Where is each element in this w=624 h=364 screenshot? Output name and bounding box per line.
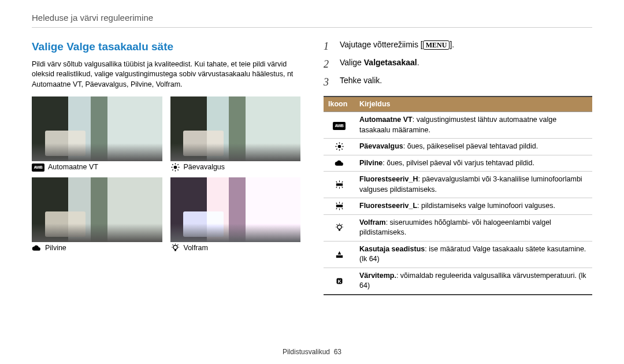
svg-line-23 bbox=[336, 149, 337, 150]
row-icon-cell bbox=[324, 198, 355, 215]
cloud-icon bbox=[335, 158, 344, 168]
row-icon-cell bbox=[324, 241, 355, 268]
kelvin-icon: K bbox=[335, 276, 344, 286]
table-row: Fluorestseeriv_H: päevavalguslambi või 3… bbox=[324, 172, 592, 198]
row-icon-cell bbox=[324, 214, 355, 241]
row-desc-cell: Värvitemp.: võimaldab reguleerida valgus… bbox=[355, 268, 592, 295]
wb-table: Ikoon Kirjeldus AWBAutomaatne VT: valgus… bbox=[324, 96, 592, 295]
row-desc-cell: Volfram: siseruumides hõõglambi- või hal… bbox=[355, 214, 592, 241]
row-desc-cell: Fluorestseeriv_H: päevavalguslambi või 3… bbox=[355, 172, 592, 198]
svg-line-34 bbox=[336, 203, 336, 204]
step-num-2: 2 bbox=[324, 57, 334, 72]
table-row: Volfram: siseruumides hõõglambi- või hal… bbox=[324, 214, 592, 241]
row-icon-cell bbox=[324, 139, 355, 155]
svg-line-31 bbox=[341, 187, 342, 188]
svg-rect-40 bbox=[339, 229, 340, 231]
table-row: Pilvine: õues, pilvisel päeval või varju… bbox=[324, 155, 592, 172]
step-1-prefix: Vajutage võtterežiimis [ bbox=[340, 40, 423, 49]
svg-line-6 bbox=[177, 170, 178, 170]
footer-page: 63 bbox=[334, 348, 341, 356]
svg-line-44 bbox=[336, 224, 337, 225]
step-3: Tehke valik. bbox=[340, 75, 382, 87]
footer-label: Pildistusvalikud bbox=[283, 348, 330, 356]
step-num-3: 3 bbox=[324, 75, 334, 90]
svg-line-5 bbox=[172, 165, 173, 165]
row-icon-cell bbox=[324, 155, 355, 172]
svg-text:K: K bbox=[337, 278, 341, 284]
svg-rect-25 bbox=[336, 183, 342, 185]
svg-line-35 bbox=[341, 203, 342, 204]
svg-line-24 bbox=[341, 143, 342, 144]
step-2-prefix: Valige bbox=[340, 58, 364, 67]
row-desc-cell: Päevavalgus: õues, päikeselisel päeval t… bbox=[355, 139, 592, 155]
step-2-suffix: . bbox=[417, 58, 419, 67]
table-row: Kasutaja seadistus: ise määratud Valge t… bbox=[324, 241, 592, 268]
row-term: Volfram bbox=[359, 218, 386, 226]
sample-image-daylight bbox=[170, 96, 301, 161]
svg-line-30 bbox=[336, 187, 336, 188]
section-title: Valige Valge tasakaalu säte bbox=[32, 39, 300, 55]
svg-line-27 bbox=[336, 181, 336, 183]
row-icon-cell bbox=[324, 172, 355, 198]
svg-line-15 bbox=[177, 244, 178, 245]
row-desc-cell: Kasutaja seadistus: ise määratud Valge t… bbox=[355, 241, 592, 268]
image-grid: AWB Automaatne VT Päevavalgus Pilvine bbox=[32, 96, 300, 253]
sample-image-cloudy bbox=[32, 177, 162, 242]
caption-daylight: Päevavalgus bbox=[184, 162, 225, 173]
sun-icon bbox=[335, 142, 344, 151]
cloud-icon bbox=[32, 243, 42, 253]
sample-image-tungsten bbox=[170, 177, 301, 242]
table-row: KVärvitemp.: võimaldab reguleerida valgu… bbox=[324, 268, 592, 295]
menu-button-label: MENU bbox=[423, 40, 450, 50]
sample-image-awb bbox=[32, 96, 162, 161]
svg-line-8 bbox=[177, 165, 178, 165]
th-desc: Kirjeldus bbox=[355, 96, 592, 112]
awb-icon: AWB bbox=[333, 122, 346, 130]
step-2: Valige Valgetasakaal. bbox=[340, 57, 419, 69]
row-icon-cell: AWB bbox=[324, 112, 355, 139]
row-term: Päevavalgus bbox=[359, 142, 403, 150]
svg-line-21 bbox=[336, 143, 337, 144]
svg-rect-10 bbox=[174, 249, 176, 251]
svg-line-38 bbox=[341, 208, 342, 209]
svg-line-22 bbox=[341, 149, 342, 150]
svg-line-14 bbox=[172, 244, 173, 245]
row-term: Värvitemp. bbox=[359, 272, 396, 280]
svg-line-37 bbox=[336, 208, 336, 209]
row-term: Fluorestseeriv_H bbox=[359, 175, 418, 183]
intro-text: Pildi värv sõltub valgusallika tüübist j… bbox=[32, 60, 300, 90]
table-row: Fluorestseeriv_L: pildistamiseks valge l… bbox=[324, 198, 592, 215]
table-row: Päevavalgus: õues, päikeselisel päeval t… bbox=[324, 139, 592, 155]
svg-point-0 bbox=[173, 166, 177, 169]
step-1-suffix: ]. bbox=[450, 40, 454, 49]
fluorescent-icon bbox=[335, 180, 344, 190]
step-1: Vajutage võtterežiimis [MENU]. bbox=[340, 39, 454, 51]
bulb-icon bbox=[170, 243, 180, 253]
svg-line-28 bbox=[341, 181, 342, 183]
row-term: Automaatne VT bbox=[359, 116, 413, 124]
caption-tungsten: Volfram bbox=[184, 243, 208, 254]
svg-rect-46 bbox=[336, 255, 342, 257]
row-text: : siseruumides hõõglambi- või halogeenla… bbox=[359, 218, 551, 237]
row-text: : õues, pilvisel päeval või varjus tehta… bbox=[382, 159, 534, 167]
table-row: AWBAutomaatne VT: valgustingimustest läh… bbox=[324, 112, 592, 139]
row-desc-cell: Automaatne VT: valgustingimustest lähtuv… bbox=[355, 112, 592, 139]
page-footer: Pildistusvalikud 63 bbox=[0, 347, 624, 357]
caption-cloudy: Pilvine bbox=[45, 243, 66, 254]
row-text: : pildistamiseks valge luminofoori valgu… bbox=[417, 202, 555, 210]
step-num-1: 1 bbox=[324, 39, 334, 54]
svg-rect-32 bbox=[336, 205, 342, 207]
row-term: Pilvine bbox=[359, 159, 382, 167]
left-column: Valige Valge tasakaalu säte Pildi värv s… bbox=[32, 39, 300, 295]
svg-point-16 bbox=[337, 145, 341, 148]
th-icon: Ikoon bbox=[324, 96, 355, 112]
bulb-icon bbox=[335, 223, 344, 233]
svg-line-7 bbox=[172, 170, 173, 170]
row-term: Fluorestseeriv_L bbox=[359, 202, 417, 210]
row-term: Kasutaja seadistus bbox=[359, 245, 425, 253]
step-2-bold: Valgetasakaal bbox=[364, 58, 417, 67]
svg-point-9 bbox=[173, 245, 177, 249]
svg-line-45 bbox=[341, 224, 342, 225]
svg-point-39 bbox=[337, 225, 341, 229]
caption-awb: Automaatne VT bbox=[48, 162, 98, 173]
